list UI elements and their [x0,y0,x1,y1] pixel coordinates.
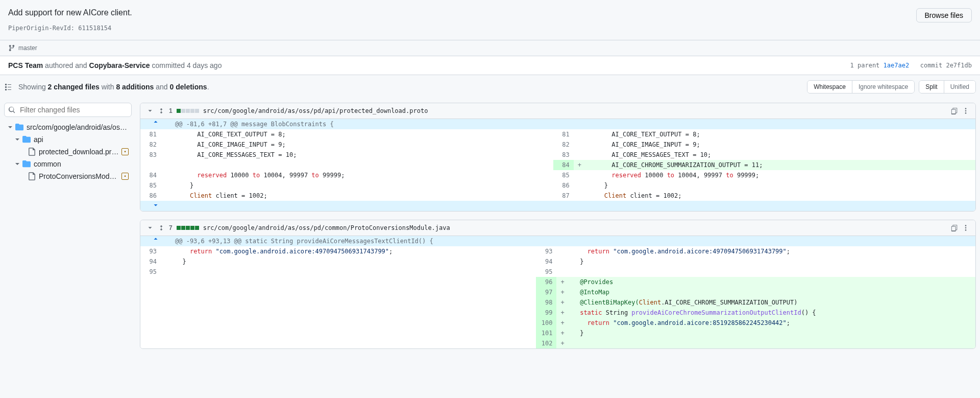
file-stat-count: 1 [169,107,173,114]
copy-icon[interactable] [951,224,958,231]
expand-up-button[interactable] [140,119,171,129]
svg-point-4 [965,227,967,229]
modified-badge: • [121,173,129,180]
changes-summary: Showing 2 changed files with 8 additions… [18,83,209,91]
svg-point-1 [965,110,967,112]
diff-line: 82 AI_CORE_IMAGE_INPUT = 9;82 AI_CORE_IM… [140,139,975,150]
expand-up-button[interactable] [140,236,171,246]
tree-folder-root[interactable]: src/com/google/android/as/oss/... [4,121,132,133]
diff-line-addition: 96+ @Provides [140,277,975,287]
diff-line-addition: 102+ [140,338,975,348]
svg-point-0 [965,108,967,109]
expand-icon[interactable] [158,224,165,231]
diff-line: 86 Client client = 1002;87 Client client… [140,191,975,201]
tree-file-java[interactable]: ProtoConversionsModule.j... • [4,170,132,182]
folder-icon [22,160,31,168]
content-area: src/com/google/android/as/oss/... api pr… [0,99,980,353]
diff-line: 83 AI_CORE_MESSAGES_TEXT = 10;83 AI_CORE… [140,150,975,160]
file-path[interactable]: src/com/google/android/as/oss/pd/common/… [203,224,947,231]
tree-label: ProtoConversionsModule.j... [39,172,119,180]
svg-point-5 [965,229,967,231]
chevron-down-icon[interactable] [146,224,154,231]
tree-label: protected_download.proto [39,148,119,156]
author-info: PCS Team authored and Copybara-Service c… [8,61,222,69]
whitespace-btn[interactable]: Whitespace [807,81,852,93]
file-diff-block: 7 src/com/google/android/as/oss/pd/commo… [140,220,976,349]
commit-time: 4 days ago [187,61,222,69]
diff-line: 94 }94 } [140,256,975,267]
committer-name[interactable]: Copybara-Service [89,61,150,69]
file-path[interactable]: src/com/google/android/as/oss/pd/api/pro… [203,107,947,114]
branch-bar: master [0,40,980,56]
diff-line-addition: 101+ } [140,328,975,338]
file-tree-toggle-icon[interactable] [4,83,12,91]
file-header: 7 src/com/google/android/as/oss/pd/commo… [140,220,975,236]
tree-file-proto[interactable]: protected_download.proto • [4,146,132,158]
folder-icon [22,135,31,144]
branch-icon [8,44,15,52]
diffstat-squares [177,109,199,113]
folder-icon [15,123,23,131]
svg-point-3 [965,225,967,226]
ignore-whitespace-btn[interactable]: Ignore whitespace [852,81,914,93]
expand-down-button[interactable] [140,201,171,211]
search-icon [8,106,15,113]
copy-icon[interactable] [951,107,958,114]
chevron-down-icon [7,124,13,130]
diff-line-addition: 100+ return "com.google.android.aicore:8… [140,318,975,328]
kebab-icon[interactable] [962,224,969,231]
diffstat-squares [177,226,199,230]
diff-line-addition: 98+ @ClientBiMapKey(Client.AI_CORE_CHROM… [140,297,975,308]
branch-name[interactable]: master [18,44,37,52]
file-icon [28,148,36,156]
tree-label: src/com/google/android/as/oss/... [27,123,129,131]
file-diff-block: 1 src/com/google/android/as/oss/pd/api/p… [140,103,976,212]
diff-table: @@ -93,6 +93,13 @@ static String provide… [140,236,975,348]
diff-main: 1 src/com/google/android/as/oss/pd/api/p… [140,103,976,349]
tree-folder-common[interactable]: common [4,158,132,170]
chevron-down-icon[interactable] [146,107,154,114]
svg-point-2 [965,112,967,114]
unified-view-btn[interactable]: Unified [944,81,975,93]
browse-files-button[interactable]: Browse files [916,8,972,22]
diff-toolbar: Showing 2 changed files with 8 additions… [0,75,980,99]
file-header: 1 src/com/google/android/as/oss/pd/api/p… [140,103,975,119]
hunk-header: @@ -81,6 +81,7 @@ message BlobConstraint… [140,119,975,129]
tree-label: api [34,135,129,144]
diff-line: 93 return "com.google.android.aicore:497… [140,246,975,256]
commit-sha: 2e7f1db [946,62,972,69]
diff-line-addition: 97+ @IntoMap [140,287,975,297]
filter-input[interactable] [4,103,132,117]
commit-subtitle: PiperOrigin-RevId: 611518154 [8,25,972,32]
file-tree-sidebar: src/com/google/android/as/oss/... api pr… [4,103,132,349]
diff-view-toggle: Split Unified [919,80,976,93]
diff-line: 85 }86 } [140,180,975,191]
parent-sha-link[interactable]: 1ae7ae2 [884,62,910,69]
commit-header: Add support for new AICore client. Brows… [0,0,980,40]
filter-box [4,103,132,117]
whitespace-toggle: Whitespace Ignore whitespace [807,80,915,93]
modified-badge: • [121,148,129,155]
tree-folder-api[interactable]: api [4,133,132,146]
author-name[interactable]: PCS Team [8,61,43,69]
chevron-down-icon [14,136,20,143]
commit-title: Add support for new AICore client. [8,8,132,17]
commit-meta-bar: PCS Team authored and Copybara-Service c… [0,56,980,75]
tree-label: common [34,160,129,168]
expand-icon[interactable] [158,107,165,114]
expand-down [140,201,975,211]
chevron-down-icon [14,161,20,167]
file-stat-count: 7 [169,224,173,231]
diff-line-addition: 84+ AI_CORE_CHROME_SUMMARIZATION_OUTPUT … [140,160,975,170]
hunk-header: @@ -93,6 +93,13 @@ static String provide… [140,236,975,246]
diff-line: 81 AI_CORE_TEXT_OUTPUT = 8;81 AI_CORE_TE… [140,129,975,139]
kebab-icon[interactable] [962,107,969,114]
diff-table: @@ -81,6 +81,7 @@ message BlobConstraint… [140,119,975,211]
file-icon [28,172,36,180]
diff-line: 9595 [140,267,975,277]
diff-line: 84 reserved 10000 to 10004, 99997 to 999… [140,170,975,180]
parent-info: 1 parent 1ae7ae2 commit 2e7f1db [850,62,972,69]
split-view-btn[interactable]: Split [919,81,943,93]
diff-line-addition: 99+ static String provideAiCoreChromeSum… [140,308,975,318]
